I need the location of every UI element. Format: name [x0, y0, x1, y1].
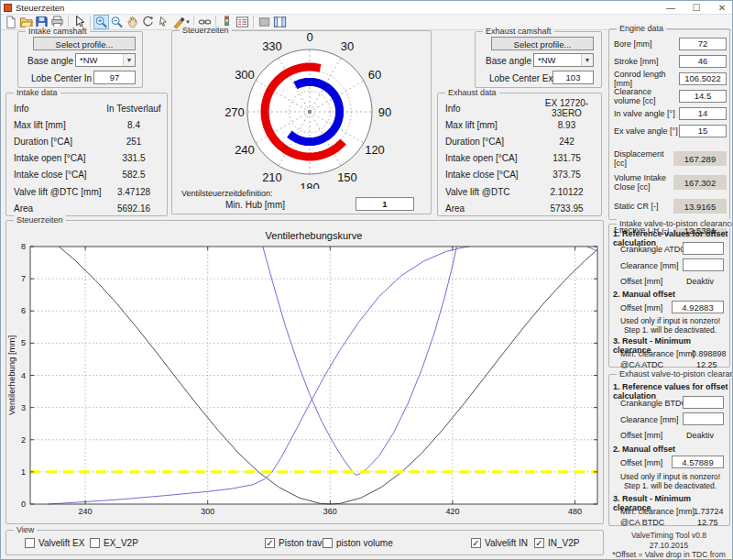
insert-legend-button[interactable]: [235, 15, 250, 29]
intake-data-panel-title: Intake data: [14, 88, 60, 97]
engine-input-field[interactable]: 14.5: [679, 90, 727, 103]
app-icon: [4, 4, 12, 12]
engine-input-field[interactable]: 72: [679, 38, 727, 50]
exhaust-clearance-panel: Exhaust valve-to-piston clearance 1. Ref…: [608, 374, 730, 526]
data-cursor-button[interactable]: [156, 15, 171, 29]
intake-offset-label: Offset [mm]: [620, 277, 662, 286]
timing-definition-label: Ventilsteuerzeitdefinition:: [181, 189, 273, 198]
engine-output-value: 167.302: [673, 175, 727, 190]
intake-select-profile-button[interactable]: Select profile...: [33, 37, 136, 50]
engine-input-field[interactable]: 106.5022: [679, 72, 727, 85]
unchecked-checkbox-icon[interactable]: [90, 538, 100, 548]
exhaust-base-angle-select[interactable]: *NW ▼: [533, 53, 594, 67]
y-tick-label: 6: [21, 306, 26, 315]
checkbox-in-v2p[interactable]: ✓IN_V2P: [534, 538, 579, 548]
unchecked-checkbox-icon[interactable]: [25, 538, 35, 548]
checkbox-ex-v2p[interactable]: EX_V2P: [90, 538, 138, 548]
checkbox-valvelift-in[interactable]: ✓Valvelift IN: [471, 538, 528, 548]
exhaust-step2-title: 2. Manual offset: [613, 445, 675, 454]
exhaust-data-row: Max lift [mm]8.93: [445, 116, 596, 133]
intake-clearance-input[interactable]: [683, 258, 724, 271]
intake-note-line2: Step 1. will be deactivated.: [609, 325, 731, 335]
engine-output-row: Static CR [-]13.9165: [614, 194, 727, 218]
checkbox-piston-travel[interactable]: ✓Piston travel: [265, 538, 329, 548]
exhaust-data-row: Area5733.95: [445, 200, 596, 216]
y-tick-label: 3: [21, 403, 26, 412]
intake-data-row-value: 331.5: [105, 153, 162, 163]
brush-dropdown-icon[interactable]: ▼: [185, 19, 191, 25]
maximize-button[interactable]: ☐: [690, 3, 703, 13]
exhaust-data-row: Valve lift @DTC2.10122: [445, 183, 596, 200]
engine-input-row: Bore [mm]72: [614, 35, 727, 52]
intake-crankangle-input[interactable]: [683, 242, 724, 255]
engine-input-label: Bore [mm]: [614, 39, 679, 49]
engine-input-field[interactable]: 15: [679, 125, 727, 137]
engine-input-field[interactable]: 46: [679, 55, 727, 68]
checkbox-label: EX_V2P: [104, 538, 138, 548]
y-tick-label: 1: [21, 467, 26, 477]
checkbox-valvelift-ex[interactable]: Valvelift EX: [25, 538, 84, 548]
engine-input-label: Stroke [mm]: [614, 57, 679, 66]
engine-input-row: Conrod length [mm]106.5022: [614, 70, 727, 87]
min-hub-label: Min. Hub [mm]: [225, 200, 285, 210]
intake-result-value: 0.898898: [692, 349, 727, 358]
minimize-button[interactable]: —: [664, 3, 677, 13]
engine-output-value: 13.9165: [673, 199, 727, 214]
x-tick-label: 300: [201, 507, 214, 516]
zoom-in-icon: [94, 15, 108, 29]
exhaust-manual-offset-input[interactable]: 4.57889: [672, 456, 724, 468]
zoom-out-icon: [110, 15, 124, 29]
checked-checkbox-icon[interactable]: ✓: [471, 538, 481, 548]
valve-timing-polar-panel: Steuerzeiten 030609012015018021024027030…: [171, 30, 432, 214]
exhaust-select-profile-button[interactable]: Select profile...: [491, 37, 594, 50]
intake-data-row-value: 582.5: [105, 170, 162, 180]
zoom-out-button[interactable]: [109, 15, 125, 29]
toolbar-separator: [253, 16, 254, 28]
intake-manual-offset-input[interactable]: 4.92883: [672, 301, 724, 313]
close-button[interactable]: ✕: [716, 3, 728, 13]
pan-button[interactable]: [125, 15, 140, 29]
checkbox-label: Valvelift EX: [38, 538, 84, 548]
zoom-in-button[interactable]: [93, 15, 109, 29]
hide-plot-tools-button[interactable]: [257, 15, 272, 29]
exhaust-clearance-label: Clearance [mm]: [620, 415, 679, 424]
checkbox-piston-volume[interactable]: piston volume: [323, 538, 393, 548]
rotate-3d-button[interactable]: [140, 15, 156, 29]
window-title: Steuerzeiten: [16, 3, 64, 13]
engine-input-row: Ex valve angle [°]15: [614, 122, 727, 139]
exhaust-manual-offset-label: Offset [mm]: [620, 458, 662, 467]
intake-base-angle-select[interactable]: *NW ▼: [75, 53, 136, 67]
exhaust-lobe-center-input[interactable]: 103: [552, 71, 594, 84]
intake-data-row: Intake close [°CA]582.5: [14, 167, 162, 183]
rotate-3d-icon: [141, 15, 155, 29]
intake-lobe-center-input[interactable]: 97: [93, 71, 136, 84]
intake-clearance-panel-title: Intake valve-to-piston clearance: [617, 219, 733, 228]
show-plot-tools-button[interactable]: [272, 15, 288, 29]
exhaust-data-row: Duration [°CA]242: [445, 133, 596, 149]
exhaust-clearance-input[interactable]: [683, 412, 724, 425]
exhaust-crankangle-input[interactable]: [683, 396, 724, 409]
min-hub-input[interactable]: 1: [356, 197, 414, 211]
new-document-button[interactable]: [3, 15, 18, 29]
exhaust-offset-label: Offset [mm]: [620, 431, 662, 440]
checked-checkbox-icon[interactable]: ✓: [265, 538, 275, 548]
checkbox-label: IN_V2P: [548, 538, 579, 548]
exhaust-data-row-value: 8.93: [537, 120, 596, 130]
checked-checkbox-icon[interactable]: ✓: [534, 538, 544, 548]
intake-data-row: Max lift [mm]8.4: [14, 116, 162, 133]
polar-angle-label: 270: [224, 105, 245, 119]
exhaust-ca-label: @CA BTDC: [620, 518, 664, 527]
intake-camshaft-panel: Intake camshaft Select profile... Base a…: [17, 31, 143, 88]
valve-lift-chart: 240300360420480012345678Ventilerhebungsk…: [6, 226, 603, 523]
engine-input-field[interactable]: 14: [679, 107, 727, 120]
polar-angle-label: 300: [235, 68, 255, 82]
intake-data-row-value: 5692.16: [105, 203, 162, 214]
polar-angle-label: 30: [341, 39, 354, 53]
intake-data-row: Area5692.16: [14, 200, 162, 216]
engine-input-label: Conrod length [mm]: [614, 70, 679, 88]
exhaust-data-row-value: 373.75: [537, 170, 596, 180]
intake-data-row-label: Info: [14, 104, 105, 114]
engine-output-value: 167.289: [673, 151, 727, 166]
intake-data-row: Duration [°CA]251: [14, 133, 162, 149]
unchecked-checkbox-icon[interactable]: [323, 538, 333, 548]
